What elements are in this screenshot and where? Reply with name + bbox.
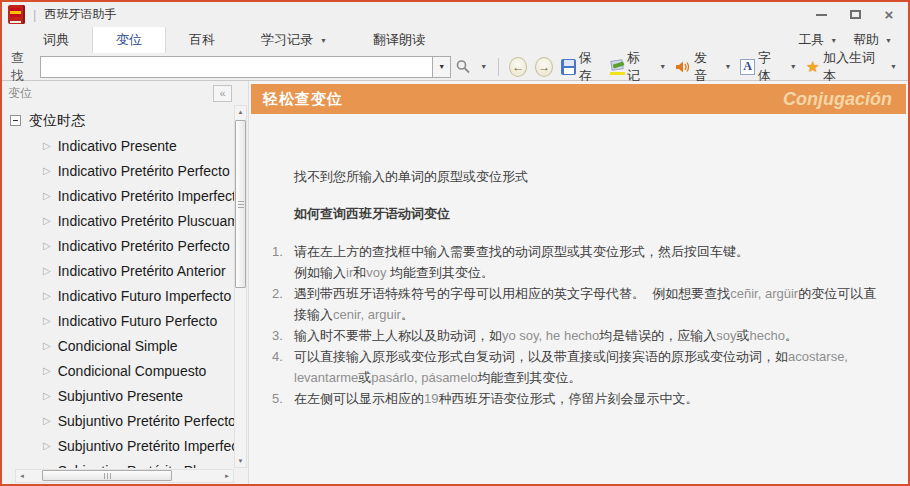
chinese-text: 输入时不要带上人称以及助动词，如 (294, 328, 502, 343)
expander-icon[interactable]: ▷ (43, 215, 51, 226)
expander-icon[interactable]: ▷ (43, 340, 51, 351)
find-label: 查找 (11, 49, 34, 85)
tree-item[interactable]: ▷Subjuntivo Pretérito Imperfecto (2, 433, 234, 458)
banner: 轻松查变位 Conjugación (251, 84, 906, 114)
tab-label: 变位 (116, 31, 142, 49)
expander-icon[interactable]: ▷ (43, 140, 51, 151)
back-button[interactable]: ← (509, 57, 527, 77)
sidebar-header: 变位 « (2, 81, 248, 106)
forward-button[interactable]: → (535, 57, 553, 77)
collapse-sidebar-button[interactable]: « (213, 85, 232, 102)
tree-item[interactable]: ▷Indicativo Pretérito Perfecto (2, 158, 234, 183)
tree-item[interactable]: ▷Indicativo Pretérito Anterior (2, 258, 234, 283)
expander-icon[interactable]: ▷ (43, 365, 51, 376)
scrollbar-thumb[interactable] (235, 120, 246, 288)
search-history-dropdown[interactable]: ▼ (432, 56, 451, 78)
tree-item[interactable]: ▷Indicativo Presente (2, 133, 234, 158)
tab-encyclopedia[interactable]: 百科 (166, 27, 238, 53)
tree-item[interactable]: ▷Subjuntivo Presente (2, 383, 234, 408)
instruction-item: 2.遇到带西班牙语特殊符号的字母可以用相应的英文字母代替。 例如想要查找ceñi… (294, 283, 878, 325)
expander-icon[interactable]: ▷ (43, 290, 51, 301)
horizontal-scrollbar[interactable]: ◄ ► (15, 469, 234, 483)
tab-label: 翻译朗读 (373, 31, 425, 49)
maximize-icon (850, 10, 861, 19)
spanish-text: 19 (424, 391, 438, 406)
chinese-text: 在左侧可以显示相应的 (294, 391, 424, 406)
expander-icon[interactable]: ▷ (43, 315, 51, 326)
tree-item[interactable]: ▷Indicativo Pretérito Perfecto Simple (2, 233, 234, 258)
search-options-dropdown[interactable]: ▼ (475, 63, 492, 70)
save-button[interactable]: 保存 (557, 55, 605, 79)
add-vocab-button[interactable]: ★ 加入生词本 (802, 55, 885, 79)
tab-study-record[interactable]: 学习记录▼ (238, 27, 350, 53)
collapse-node-icon[interactable] (10, 115, 21, 126)
tree-item-label: Indicativo Pretérito Perfecto Simple (58, 238, 234, 254)
search-button[interactable] (451, 55, 475, 79)
expander-icon[interactable]: ▷ (43, 240, 51, 251)
tree-item[interactable]: ▷Condicional Simple (2, 333, 234, 358)
tree-root-label: 变位时态 (29, 112, 85, 130)
pronounce-dropdown[interactable]: ▼ (719, 63, 736, 70)
tree-item[interactable]: ▷Indicativo Pretérito Imperfecto (2, 183, 234, 208)
tree-item[interactable]: ▷Indicativo Futuro Imperfecto (2, 283, 234, 308)
menu-help[interactable]: 帮助▼ (847, 31, 898, 49)
chinese-text: 均能查到其变位。 (386, 265, 494, 280)
maximize-button[interactable] (842, 6, 868, 24)
tree-root[interactable]: 变位时态 (2, 108, 234, 133)
search-input[interactable] (40, 56, 432, 78)
chinese-text: 。 (785, 328, 798, 343)
list-number: 4. (272, 346, 283, 367)
scroll-down-icon[interactable]: ▼ (235, 455, 246, 467)
star-icon: ★ (806, 59, 820, 75)
tab-translate-read[interactable]: 翻译朗读 (350, 27, 448, 53)
expander-icon[interactable]: ▷ (43, 265, 51, 276)
scroll-up-icon[interactable]: ▲ (235, 106, 246, 118)
list-number: 2. (272, 283, 283, 304)
list-number: 1. (272, 241, 283, 262)
tree-items: ▷Indicativo Presente▷Indicativo Pretérit… (2, 133, 234, 468)
close-button[interactable]: × (876, 6, 902, 24)
scrollbar-track[interactable] (28, 470, 221, 482)
vertical-scrollbar[interactable]: ▲ ▼ (234, 105, 247, 468)
minimize-button[interactable] (808, 6, 834, 24)
chinese-text: 遇到带西班牙语特殊符号的字母可以用相应的英文字母代替。 例如想要查找 (294, 286, 730, 301)
expander-icon[interactable]: ▷ (43, 440, 51, 451)
pronounce-button[interactable]: 发音 (671, 55, 719, 79)
banner-title: 轻松查变位 (251, 90, 343, 109)
scroll-left-icon[interactable]: ◄ (16, 470, 28, 482)
expander-icon[interactable]: ▷ (43, 390, 51, 401)
expander-icon[interactable]: ▷ (43, 415, 51, 426)
expander-icon[interactable]: ▷ (43, 190, 51, 201)
save-icon (561, 59, 575, 75)
tree-item-label: Subjuntivo Pretérito Perfecto (58, 413, 234, 429)
tree-item-label: Subjuntivo Pretérito Imperfecto (58, 438, 234, 454)
scroll-right-icon[interactable]: ► (221, 470, 233, 482)
menu-tools[interactable]: 工具▼ (792, 31, 843, 49)
font-dropdown[interactable]: ▼ (785, 63, 802, 70)
search-icon (455, 59, 471, 75)
scrollbar-track[interactable] (235, 118, 246, 455)
expander-icon[interactable]: ▷ (43, 465, 51, 468)
chevron-down-icon: ▼ (885, 37, 892, 44)
save-label: 保存 (579, 49, 602, 85)
mark-dropdown[interactable]: ▼ (654, 63, 671, 70)
tree-item[interactable]: ▷Condicional Compuesto (2, 358, 234, 383)
tree-item[interactable]: ▷Indicativo Pretérito Pluscuamperfecto (2, 208, 234, 233)
mark-button[interactable]: 标记 (606, 55, 654, 79)
chinese-text: 可以直接输入原形或变位形式自复动词，以及带直接或间接宾语的原形或变位动词，如 (294, 349, 788, 364)
instruction-item: 3.输入时不要带上人称以及助动词，如yo soy, he hecho均是错误的，… (294, 325, 878, 346)
tree-item-label: Indicativo Pretérito Anterior (58, 263, 226, 279)
tree-item-label: Indicativo Pretérito Imperfecto (58, 188, 234, 204)
scrollbar-thumb[interactable] (42, 470, 172, 481)
font-label: 字体 (758, 49, 781, 85)
tab-conjugation[interactable]: 变位 (92, 27, 166, 53)
tree-item[interactable]: ▷Subjuntivo Pretérito Pluscuamperfecto (2, 458, 234, 468)
forward-icon: → (538, 61, 550, 73)
mark-label: 标记 (627, 49, 650, 85)
font-button[interactable]: A 字体 (736, 55, 784, 79)
tree-item[interactable]: ▷Indicativo Futuro Perfecto (2, 308, 234, 333)
tree-item[interactable]: ▷Subjuntivo Pretérito Perfecto (2, 408, 234, 433)
content-pane: 轻松查变位 Conjugación 找不到您所输入的单词的原型或变位形式 如何查… (249, 81, 908, 484)
expander-icon[interactable]: ▷ (43, 165, 51, 176)
add-vocab-dropdown[interactable]: ▼ (885, 63, 902, 70)
